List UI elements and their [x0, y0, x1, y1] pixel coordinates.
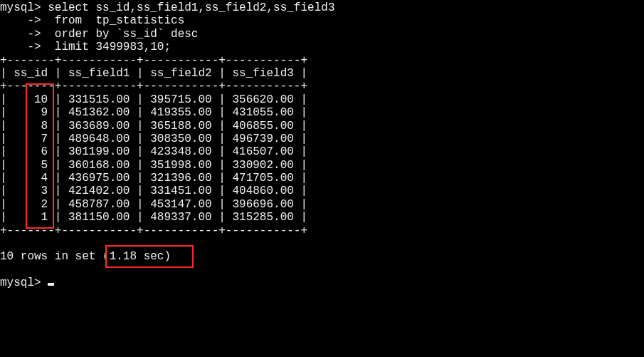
query-line-4: limit 3499983,10;	[41, 41, 171, 53]
table-row: | 3 | 421402.00 | 331451.00 | 404860.00 …	[0, 185, 307, 197]
continuation-arrow: ->	[0, 28, 41, 41]
rows-summary-time: (1.18 sec)	[102, 250, 171, 263]
continuation-arrow: ->	[0, 41, 41, 53]
prompt: mysql>	[0, 276, 41, 289]
cursor-icon[interactable]	[48, 283, 54, 286]
table-header: | ss_id | ss_field1 | ss_field2 | ss_fie…	[0, 67, 307, 80]
table-row: | 10 | 331515.00 | 395715.00 | 356620.00…	[0, 93, 307, 106]
table-row: | 6 | 301199.00 | 423348.00 | 416507.00 …	[0, 145, 307, 158]
table-row: | 4 | 436975.00 | 321396.00 | 471705.00 …	[0, 172, 307, 185]
table-row: | 1 | 381150.00 | 489337.00 | 315285.00 …	[0, 211, 307, 224]
prompt: mysql>	[0, 1, 41, 14]
table-border: +-------+-----------+-----------+-------…	[0, 224, 307, 237]
continuation-arrow: ->	[0, 14, 41, 27]
terminal-output: mysql> select ss_id,ss_field1,ss_field2,…	[0, 0, 644, 290]
table-row: | 7 | 489648.00 | 308350.00 | 496739.00 …	[0, 133, 307, 145]
table-row: | 9 | 451362.00 | 419355.00 | 431055.00 …	[0, 106, 307, 119]
query-line-1: select ss_id,ss_field1,ss_field2,ss_fiel…	[41, 1, 335, 14]
table-border: +-------+-----------+-----------+-------…	[0, 54, 307, 67]
table-border: +-------+-----------+-----------+-------…	[0, 80, 307, 93]
table-row: | 8 | 363689.00 | 365188.00 | 406855.00 …	[0, 120, 307, 133]
query-line-3: order by `ss_id` desc	[41, 28, 199, 41]
query-line-2: from tp_statistics	[41, 14, 185, 27]
table-row: | 5 | 360168.00 | 351998.00 | 330902.00 …	[0, 159, 307, 172]
table-row: | 2 | 458787.00 | 453147.00 | 396696.00 …	[0, 198, 307, 211]
rows-summary-prefix: 10 rows in set	[0, 250, 102, 263]
